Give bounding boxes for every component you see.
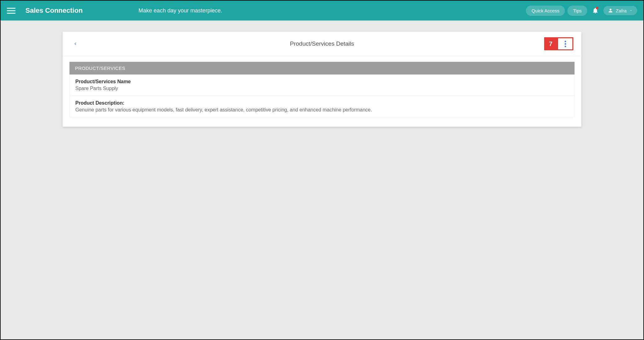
more-options-button[interactable] <box>557 37 573 50</box>
hamburger-menu-icon[interactable] <box>7 6 16 15</box>
vertical-dots-icon <box>565 41 566 47</box>
product-services-section: PRODUCT/SERVICES Product/Services Name S… <box>63 56 581 127</box>
field-row: Product Description: Genuine parts for v… <box>69 96 575 117</box>
app-header: Sales Connection Make each day your mast… <box>1 1 643 20</box>
field-label: Product Description: <box>75 100 569 106</box>
quick-access-button[interactable]: Quick Access <box>526 6 565 16</box>
field-value: Genuine parts for various equipment mode… <box>75 107 569 113</box>
chevron-left-icon <box>73 42 78 46</box>
header-actions: Quick Access Tips Zafra <box>526 5 637 16</box>
card-header: Product/Services Details 7 <box>63 32 581 56</box>
page-title: Product/Services Details <box>290 40 354 47</box>
field-row: Product/Services Name Spare Parts Supply <box>69 75 575 96</box>
field-value: Spare Parts Supply <box>75 86 569 91</box>
card-actions: 7 <box>544 37 573 50</box>
user-menu-button[interactable]: Zafra <box>603 6 637 15</box>
content-area: Product/Services Details 7 PRODUCT/SERVI… <box>1 20 643 138</box>
app-title: Sales Connection <box>25 7 83 15</box>
details-card: Product/Services Details 7 PRODUCT/SERVI… <box>63 32 581 127</box>
field-label: Product/Services Name <box>75 79 569 84</box>
back-button[interactable] <box>71 39 80 48</box>
tips-button[interactable]: Tips <box>567 6 587 16</box>
user-avatar-icon <box>608 8 613 13</box>
notification-dot-icon <box>596 7 598 9</box>
annotation-badge: 7 <box>544 37 557 50</box>
tagline-text: Make each day your masterpiece. <box>139 7 222 14</box>
notifications-bell-icon[interactable] <box>590 5 601 16</box>
user-name-label: Zafra <box>616 8 627 13</box>
chevron-down-icon <box>629 9 633 12</box>
section-header: PRODUCT/SERVICES <box>69 62 575 75</box>
